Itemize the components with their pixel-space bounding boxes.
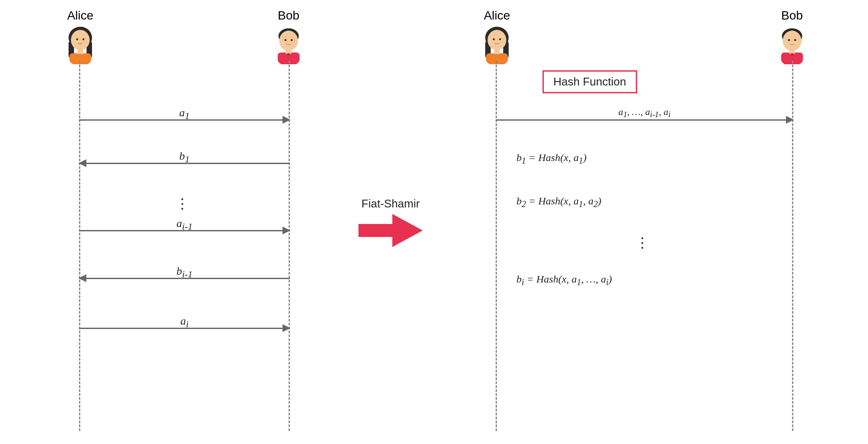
right-alice: Alice (477, 9, 516, 64)
svg-rect-22 (486, 53, 508, 61)
middle-section: Fiat-Shamir (334, 0, 447, 444)
left-diagram: Alice (30, 0, 334, 444)
svg-rect-5 (69, 53, 91, 61)
right-eq-bi: bi = Hash(x, a1, …, ai) (516, 273, 612, 287)
left-alice: Alice (61, 9, 100, 64)
left-alice-dashed-line (79, 61, 80, 431)
svg-point-8 (82, 38, 85, 40)
svg-point-25 (499, 38, 501, 40)
svg-point-31 (788, 39, 790, 41)
right-bob-avatar (773, 25, 812, 64)
right-dots: ⋮ (635, 234, 649, 251)
right-alice-label: Alice (484, 9, 510, 23)
left-dots: ⋮ (175, 195, 189, 212)
red-arrow-head (392, 214, 423, 247)
svg-point-24 (493, 38, 495, 40)
svg-point-10 (279, 31, 298, 51)
svg-point-7 (76, 38, 79, 40)
fiat-shamir-label: Fiat-Shamir (362, 197, 420, 210)
right-eq-b2: b2 = Hash(x, a1, a2) (516, 195, 602, 209)
svg-rect-33 (790, 53, 793, 56)
svg-point-15 (291, 39, 293, 41)
left-bob-label: Bob (278, 9, 299, 23)
right-alice-avatar (477, 25, 516, 64)
red-arrow-body (358, 224, 393, 237)
left-alice-avatar (61, 25, 100, 64)
right-alice-dashed-line (496, 61, 497, 431)
svg-point-27 (783, 31, 801, 51)
svg-point-14 (285, 39, 287, 41)
svg-rect-16 (287, 53, 290, 56)
left-alice-label: Alice (67, 9, 94, 23)
svg-point-32 (794, 39, 796, 41)
left-bob-avatar (269, 25, 308, 64)
hash-function-label: Hash Function (553, 75, 626, 88)
svg-rect-6 (78, 49, 83, 54)
right-bob-label: Bob (781, 9, 803, 23)
svg-point-3 (71, 30, 89, 50)
svg-rect-23 (494, 49, 500, 54)
fiat-shamir-combined (358, 214, 423, 247)
main-container: Alice (0, 0, 868, 444)
right-diagram: Alice Bob (447, 0, 838, 444)
hash-function-box: Hash Function (542, 70, 637, 93)
fiat-shamir-arrow: Fiat-Shamir (358, 197, 423, 247)
left-bob: Bob (269, 9, 308, 64)
right-bob: Bob (773, 9, 812, 64)
svg-point-20 (487, 30, 506, 50)
right-eq-b1: b1 = Hash(x, a1) (516, 152, 587, 166)
